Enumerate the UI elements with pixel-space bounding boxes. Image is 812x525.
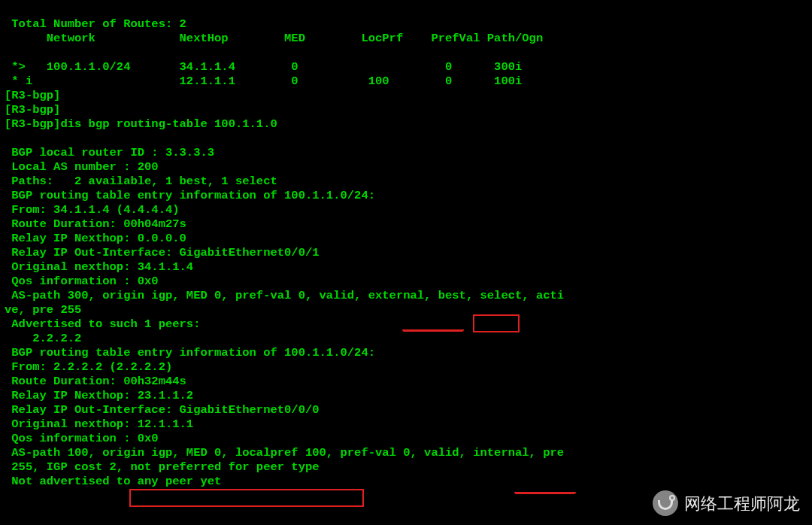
- bgp-router-id: BGP local router ID : 3.3.3.3: [5, 146, 214, 159]
- routes-header: Network NextHop MED LocPrf PrefVal Path/…: [5, 32, 543, 45]
- cli-prompt[interactable]: [R3-bgp]: [5, 89, 60, 102]
- bgp-from-1: From: 34.1.1.4 (4.4.4.4): [5, 203, 180, 217]
- bgp-aspath-1b: ve, pre 255: [5, 303, 81, 317]
- bgp-aspath-1a: AS-path 300, origin igp, MED 0, pref-val…: [5, 289, 564, 302]
- bgp-qos-2: Qos information : 0x0: [5, 432, 159, 445]
- bgp-peer-1: 2.2.2.2: [5, 332, 81, 345]
- annotation-underline-internal: [514, 492, 576, 494]
- bgp-entry-header-1: BGP routing table entry information of 1…: [5, 189, 375, 202]
- bgp-orig-nexthop-2: Original nexthop: 12.1.1.1: [5, 417, 193, 431]
- bgp-qos-1: Qos information : 0x0: [5, 275, 159, 288]
- annotation-box-best: [473, 314, 520, 332]
- routes-total: Total Number of Routes: 2: [5, 17, 186, 31]
- bgp-duration-1: Route Duration: 00h04m27s: [5, 217, 186, 231]
- terminal-output: Total Number of Routes: 2 Network NextHo…: [0, 0, 812, 490]
- cli-prompt[interactable]: [R3-bgp]: [5, 103, 60, 117]
- bgp-paths: Paths: 2 available, 1 best, 1 select: [5, 174, 277, 188]
- bgp-relay-outif-2: Relay IP Out-Interface: GigabitEthernet0…: [5, 403, 320, 417]
- watermark-text: 网络工程师阿龙: [684, 496, 800, 511]
- bgp-aspath-2b: 255, IGP cost 2, not preferred for peer …: [5, 460, 320, 474]
- bgp-duration-2: Route Duration: 00h32m44s: [5, 375, 186, 388]
- bgp-local-as: Local AS number : 200: [5, 160, 159, 174]
- bgp-aspath-2a: AS-path 100, origin igp, MED 0, localpre…: [5, 446, 564, 460]
- bgp-advert-2: Not advertised to any peer yet: [5, 475, 221, 488]
- watermark: 网络工程师阿龙: [653, 490, 800, 516]
- bgp-relay-nexthop-2: Relay IP Nexthop: 23.1.1.2: [5, 389, 193, 402]
- bgp-relay-outif-1: Relay IP Out-Interface: GigabitEthernet0…: [5, 246, 320, 259]
- bgp-entry-header-2: BGP routing table entry information of 1…: [5, 346, 375, 360]
- annotation-underline-external: [402, 329, 464, 332]
- cli-command[interactable]: [R3-bgp]dis bgp routing-table 100.1.1.0: [5, 117, 277, 131]
- bgp-from-2: From: 2.2.2.2 (2.2.2.2): [5, 360, 172, 374]
- bgp-relay-nexthop-1: Relay IP Nexthop: 0.0.0.0: [5, 232, 186, 245]
- route-row-2: * i 12.1.1.1 0 100 0 100i: [5, 74, 522, 88]
- bgp-orig-nexthop-1: Original nexthop: 34.1.1.4: [5, 260, 193, 274]
- bgp-advert-1: Advertised to such 1 peers:: [5, 317, 200, 331]
- route-row-1: *> 100.1.1.0/24 34.1.1.4 0 0 300i: [5, 60, 522, 74]
- wechat-icon: [653, 490, 678, 516]
- annotation-box-not-preferred: [129, 489, 364, 507]
